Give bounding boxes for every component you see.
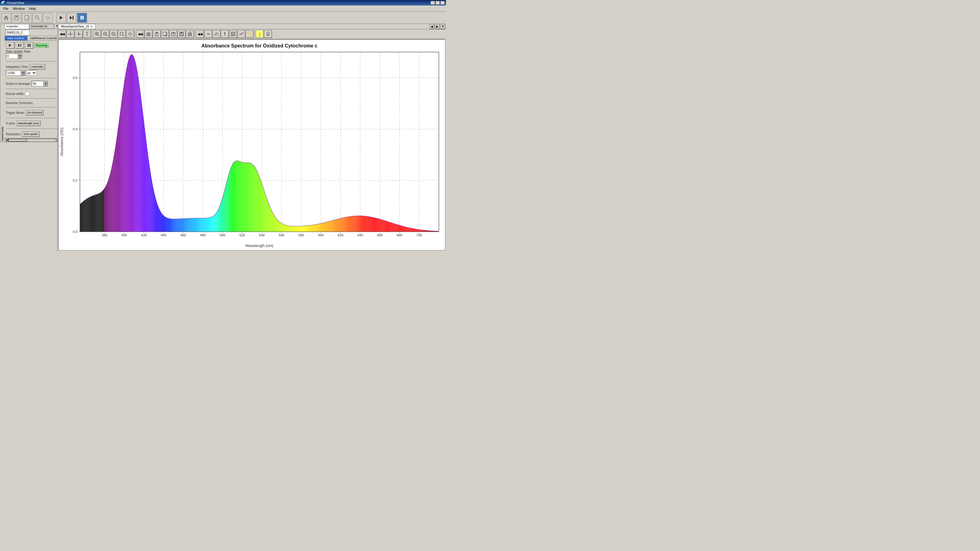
panel-controls: Running Data Update Rate ▲ ▼ <box>5 41 57 138</box>
acquisition-tab[interactable]: Acquisitio... <box>5 24 29 29</box>
svg-marker-42 <box>131 33 132 35</box>
spectrum-canvas[interactable] <box>59 40 445 250</box>
panel-step-button[interactable] <box>15 42 24 49</box>
svg-rect-18 <box>29 44 30 47</box>
scans-down[interactable]: ▼ <box>44 84 48 86</box>
new-button[interactable] <box>22 13 32 23</box>
spinner-down[interactable]: ▼ <box>18 56 22 59</box>
svg-marker-41 <box>128 33 129 35</box>
sn-section <box>5 29 57 36</box>
lightbulb-off-button[interactable] <box>264 30 272 38</box>
vertical-line-button[interactable] <box>83 30 91 38</box>
trigger-mode-button[interactable]: On Demand <box>26 110 44 115</box>
integration-time-up[interactable]: ▲ <box>21 70 25 73</box>
save-graph-button[interactable] <box>178 30 186 38</box>
add-point-button[interactable] <box>75 30 83 38</box>
svg-line-28 <box>98 35 99 36</box>
scroll-track[interactable] <box>8 139 56 142</box>
scroll-left[interactable]: ◀ <box>5 138 8 142</box>
tab-close-button[interactable]: ✕ <box>90 25 93 28</box>
svg-line-32 <box>106 35 108 36</box>
nav-back-button[interactable]: ◀◀ <box>58 30 66 38</box>
panel-scrollbar[interactable]: ◀ ▶ <box>5 138 57 142</box>
settings-button[interactable] <box>43 13 52 23</box>
camera-button[interactable] <box>145 30 153 38</box>
scissor-button[interactable]: ✂ <box>204 30 212 38</box>
trigger-mode-label: Trigger Mode: <box>6 111 25 114</box>
tab-menu[interactable]: ▼ <box>441 24 445 29</box>
divider-5 <box>6 107 57 108</box>
main-toolbar <box>0 12 446 24</box>
add-remove-controls-tab[interactable]: Add/Remove Controls <box>27 36 57 41</box>
scroll-thumb[interactable] <box>9 139 27 141</box>
home-button[interactable] <box>1 13 11 23</box>
table-button[interactable] <box>229 30 237 38</box>
step-forward-button[interactable] <box>67 13 76 23</box>
menu-help[interactable]: Help <box>27 6 38 11</box>
panel-tabs: Saved Data Acquisitio... Schematic W... … <box>0 24 57 142</box>
boxcar-label: Boxcar width: <box>6 92 24 95</box>
x-axis-button[interactable]: Wavelength (nm) <box>16 121 40 126</box>
copy-button[interactable] <box>161 30 169 38</box>
svg-rect-45 <box>156 33 158 36</box>
document-tabs: AbsorbanceView_16 ✕ ◀ ▶ ▼ <box>57 24 446 29</box>
scans-average-label: Scans to Average: <box>6 82 30 86</box>
nav-back-2-button[interactable]: ◀◀ <box>136 30 144 38</box>
analysis-back-button[interactable]: ◀◀ <box>196 30 204 38</box>
lightbulb-on-button[interactable]: 💡 <box>256 30 264 38</box>
panel-pause-button[interactable] <box>25 42 33 49</box>
arrow-up-button[interactable] <box>221 30 229 38</box>
zoom-in-button[interactable] <box>93 30 101 38</box>
pause-button[interactable] <box>77 13 87 23</box>
window-controls[interactable]: — □ ✕ <box>431 1 445 5</box>
main-controls-tab[interactable]: Main Controls <box>5 36 27 41</box>
minimize-button[interactable]: — <box>431 1 435 5</box>
tab-nav-left[interactable]: ◀ <box>430 24 434 29</box>
close-button[interactable]: ✕ <box>441 1 445 5</box>
scans-average-input[interactable] <box>32 81 44 86</box>
zoom-fit-button[interactable]: A <box>110 30 118 38</box>
spinner-up[interactable]: ▲ <box>18 53 22 56</box>
resolution-button[interactable]: 1024 pixels <box>22 131 39 137</box>
svg-rect-16 <box>21 44 21 47</box>
automatic-button[interactable]: Automatic <box>29 64 45 70</box>
play-button[interactable] <box>56 13 66 23</box>
saved-data-tab[interactable]: Saved Data <box>0 24 5 142</box>
schematic-tab[interactable]: Schematic W... <box>29 24 54 29</box>
delete-button[interactable] <box>153 30 161 38</box>
integration-time-input[interactable] <box>6 70 21 76</box>
svg-marker-14 <box>9 44 11 47</box>
menu-window[interactable]: Window <box>11 6 27 11</box>
sn-input[interactable] <box>5 30 30 35</box>
print-button[interactable] <box>186 30 194 38</box>
scans-up[interactable]: ▲ <box>44 81 48 84</box>
data-update-rate-input[interactable] <box>6 53 18 59</box>
integration-time-down[interactable]: ▼ <box>21 73 25 76</box>
pan-button[interactable] <box>126 30 134 38</box>
integration-time-unit[interactable]: μs ms s <box>26 70 37 76</box>
data-update-rate-spinner[interactable]: ▲ ▼ <box>18 53 22 59</box>
svg-point-5 <box>35 16 38 19</box>
svg-rect-49 <box>163 32 166 35</box>
panel-menu-button[interactable]: ▼ <box>54 24 57 29</box>
save-button[interactable] <box>12 13 21 23</box>
crosshair-button[interactable] <box>67 30 75 38</box>
export-button[interactable] <box>169 30 177 38</box>
integration-time-section: Integration Time: Automatic ▲ ▼ <box>6 64 57 76</box>
peak-button[interactable] <box>213 30 221 38</box>
graph-toolbar: ◀◀ A <box>57 29 446 39</box>
divider-7 <box>6 129 57 129</box>
tab-nav-right[interactable]: ▶ <box>435 24 440 29</box>
absorbance-view-tab[interactable]: AbsorbanceView_16 ✕ <box>58 24 95 29</box>
search-button[interactable] <box>32 13 42 23</box>
maximize-button[interactable]: □ <box>436 1 440 5</box>
zoom-out-button[interactable] <box>101 30 109 38</box>
sparkle-button[interactable]: ✨ <box>246 30 254 38</box>
zoom-all-button[interactable] <box>118 30 126 38</box>
boxcar-checkbox[interactable] <box>25 92 29 96</box>
x-axis-section: X-Axis: Wavelength (nm) <box>6 121 57 126</box>
menu-file[interactable]: File <box>1 6 10 11</box>
spectrum-button[interactable] <box>237 30 245 38</box>
trigger-mode-section: Trigger Mode: On Demand <box>6 110 57 115</box>
panel-play-button[interactable] <box>6 42 14 49</box>
